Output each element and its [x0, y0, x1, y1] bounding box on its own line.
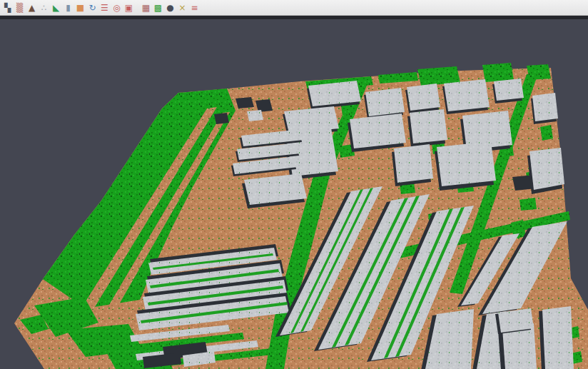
- building-roof: [407, 84, 440, 111]
- grid-icon: ▦: [142, 2, 150, 14]
- refresh-icon: ↻: [88, 2, 96, 14]
- toolbar-button-fit-view[interactable]: ▣: [123, 1, 135, 14]
- building-roof: [498, 308, 534, 333]
- terrain-icon: ◣: [53, 2, 59, 14]
- points-icon: ∴: [41, 2, 47, 14]
- toolbar-button-measure[interactable]: ×: [177, 1, 188, 14]
- toolbar-button-terrain[interactable]: ◣: [51, 1, 62, 14]
- main-toolbar: ▚▒▲∴◣▮■↻☰◎▣▦▩●×≡: [0, 0, 588, 16]
- building-roof: [444, 79, 490, 111]
- roof-points: [247, 110, 263, 121]
- toolbar-button-classify[interactable]: ▒: [14, 1, 26, 14]
- building-roof: [542, 306, 574, 369]
- toolbar-button-target[interactable]: ◎: [111, 1, 123, 14]
- building-roof: [494, 79, 524, 101]
- toolbar-button-colormap[interactable]: ▩: [153, 1, 164, 14]
- vegetation-points: [519, 198, 537, 211]
- toolbar-button-points[interactable]: ∴: [39, 1, 50, 14]
- toolbar-button-point-cloud[interactable]: ▚: [2, 1, 14, 14]
- point-cloud-scene: [0, 16, 588, 369]
- mesh-icon: ▲: [29, 2, 35, 14]
- fit-view-icon: ▣: [125, 2, 133, 14]
- shadow-points: [255, 99, 273, 112]
- toolbar-button-refresh[interactable]: ↻: [87, 1, 98, 14]
- building-roof: [529, 148, 564, 190]
- toolbar-button-list[interactable]: ☰: [99, 1, 111, 14]
- target-icon: ◎: [113, 2, 120, 14]
- colormap-icon: ▩: [154, 2, 162, 14]
- shadow-points: [235, 97, 254, 108]
- toolbar-button-ortho[interactable]: ■: [75, 1, 86, 14]
- ortho-icon: ■: [76, 2, 84, 14]
- measure-icon: ×: [178, 2, 186, 14]
- building-roof: [437, 141, 496, 186]
- shadow-points: [214, 113, 229, 124]
- toolbar-button-globe[interactable]: ●: [165, 1, 176, 14]
- list-icon: ☰: [101, 2, 108, 14]
- panel-icon: ▮: [66, 2, 71, 14]
- histogram-icon: ≡: [191, 2, 198, 14]
- toolbar-button-grid[interactable]: ▦: [141, 1, 152, 14]
- classify-icon: ▒: [16, 2, 23, 14]
- building-roof: [365, 88, 405, 116]
- point-cloud-viewport[interactable]: [0, 0, 588, 369]
- toolbar-button-mesh[interactable]: ▲: [26, 1, 38, 14]
- building-roof: [532, 93, 558, 121]
- point-cloud-icon: ▚: [4, 2, 11, 14]
- vegetation-points: [540, 125, 553, 141]
- building-roof: [394, 144, 433, 183]
- toolbar-separator: [135, 1, 140, 14]
- vegetation-points: [341, 104, 355, 116]
- viewport-frame-strip: [0, 16, 588, 19]
- building-roof: [350, 113, 406, 148]
- toolbar-button-panel[interactable]: ▮: [63, 1, 74, 14]
- building-roof: [410, 109, 447, 143]
- vegetation-points: [482, 63, 514, 82]
- toolbar-button-histogram[interactable]: ≡: [189, 1, 201, 14]
- globe-icon: ●: [166, 2, 173, 14]
